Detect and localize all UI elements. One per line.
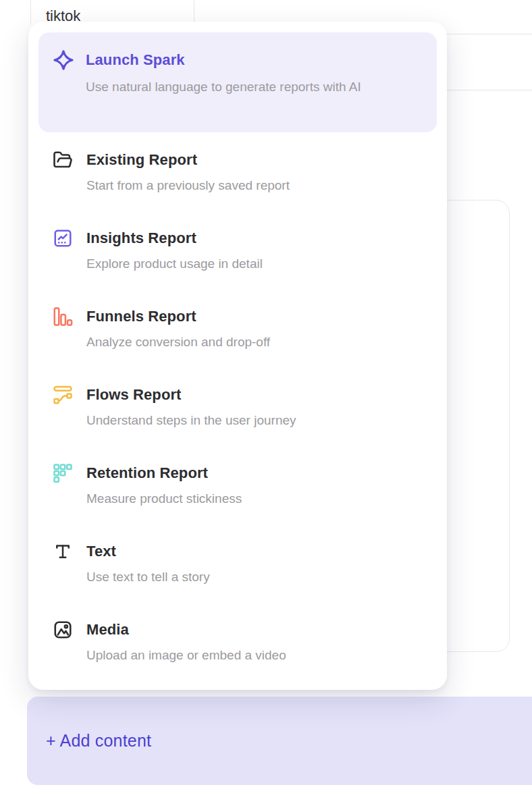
menu-item-title: Funnels Report xyxy=(86,306,433,327)
add-content-label: + Add content xyxy=(46,731,151,751)
menu-item-funnels-report[interactable]: Funnels Report Analyze conversion and dr… xyxy=(28,289,447,367)
retention-grid-icon xyxy=(53,463,73,483)
menu-item-description: Start from a previously saved report xyxy=(86,176,433,196)
menu-item-title: Existing Report xyxy=(86,150,433,170)
media-image-icon xyxy=(53,620,73,640)
menu-item-description: Measure product stickiness xyxy=(86,489,433,509)
menu-item-description: Explore product usage in detail xyxy=(86,254,433,274)
menu-item-title: Media xyxy=(86,620,433,640)
menu-item-retention-report[interactable]: Retention Report Measure product stickin… xyxy=(28,446,447,524)
background-divider-2 xyxy=(437,90,532,90)
menu-item-description: Understand steps in the user journey xyxy=(86,410,433,431)
funnel-bars-icon xyxy=(53,306,73,327)
menu-item-description: Upload an image or embed a video xyxy=(86,645,433,666)
add-content-popover-menu: Launch Spark Use natural language to gen… xyxy=(28,22,447,690)
menu-item-flows-report[interactable]: Flows Report Understand steps in the use… xyxy=(28,367,447,446)
menu-item-title: Flows Report xyxy=(86,385,433,405)
folder-open-icon xyxy=(53,150,73,170)
menu-item-title: Launch Spark xyxy=(86,50,423,70)
menu-item-title: Retention Report xyxy=(86,463,433,483)
text-icon xyxy=(53,541,73,562)
menu-item-description: Analyze conversion and drop-off xyxy=(86,332,433,352)
menu-item-title: Insights Report xyxy=(86,228,433,248)
menu-item-insights-report[interactable]: Insights Report Explore product usage in… xyxy=(28,211,447,289)
background-divider-1 xyxy=(437,34,532,34)
menu-item-title: Text xyxy=(86,541,433,562)
flows-icon xyxy=(53,385,73,405)
spark-icon xyxy=(53,49,74,71)
page-canvas: tiktok Launch Spark Use natural language… xyxy=(0,0,532,810)
menu-item-description: Use text to tell a story xyxy=(86,567,433,587)
menu-item-text[interactable]: Text Use text to tell a story xyxy=(28,524,447,602)
menu-item-description: Use natural language to generate reports… xyxy=(86,76,391,98)
insights-chart-icon xyxy=(53,228,73,248)
menu-item-launch-spark[interactable]: Launch Spark Use natural language to gen… xyxy=(38,32,437,132)
menu-item-existing-report[interactable]: Existing Report Start from a previously … xyxy=(28,132,447,211)
menu-item-media[interactable]: Media Upload an image or embed a video xyxy=(28,602,447,680)
add-content-button[interactable]: + Add content xyxy=(27,697,532,785)
background-cell-border-left xyxy=(30,0,31,24)
